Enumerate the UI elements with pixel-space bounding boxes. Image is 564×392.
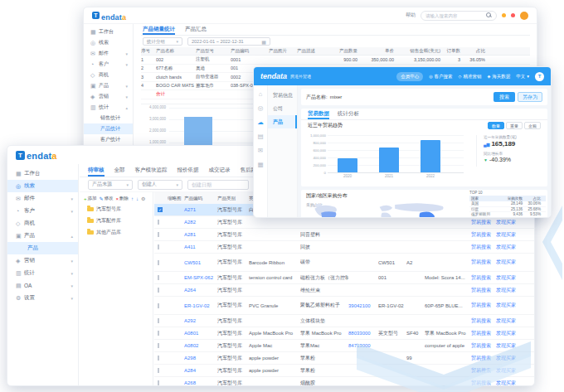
trade-search-link[interactable]: 贸易搜索 <box>471 259 491 264</box>
code-cell[interactable]: A281 <box>184 232 217 237</box>
find-buyers-link[interactable]: 发现买家 <box>496 318 516 323</box>
trade-tab-1[interactable]: 统计分析 <box>338 109 359 119</box>
front-sidebar-item-5[interactable]: ▣产品▴ <box>7 230 78 242</box>
product-row-A268[interactable]: A268汽车型号库烟酰胺贸易搜索发现买家 <box>154 377 534 385</box>
notification-icon[interactable] <box>502 13 506 17</box>
table-row[interactable]: 1002注塑机0001900.00350,000.003,150,000.003… <box>141 56 530 65</box>
product-row-A0801[interactable]: A0801汽车型号库Apple MacBook Pro苹果 MacBook Pr… <box>154 327 534 340</box>
front-sidebar-item-9[interactable]: ▤OA▾ <box>7 279 78 292</box>
code-cell[interactable]: A292 <box>184 318 217 323</box>
code-cell[interactable]: A271 <box>184 207 217 212</box>
back-sidebar-item-8[interactable]: 销售统计 <box>84 113 133 123</box>
back-sidebar-item-10[interactable]: 客户统计 <box>84 134 133 145</box>
front-sidebar-item-4[interactable]: ◇商机 <box>7 217 78 230</box>
trade-search-link[interactable]: 贸易搜索 <box>471 380 491 385</box>
row-checkbox[interactable] <box>158 244 159 249</box>
product-row-CW501[interactable]: CW501汽车型号库Barcode Ribbon碳带CW501A2贸易搜索发现买… <box>154 254 534 272</box>
find-buyers-link[interactable]: 发现买家 <box>496 368 516 373</box>
product-row-A292[interactable]: A292汽车型号库立体模块垫贸易搜索发现买家 <box>154 315 534 327</box>
trade-search-link[interactable]: 贸易搜索 <box>471 368 491 373</box>
product-tab-4[interactable]: 成交记录 <box>209 164 231 177</box>
folder-item-0[interactable]: 汽车型号库 <box>87 206 148 213</box>
trade-search-link[interactable]: 贸易搜索 <box>471 356 491 361</box>
product-row-ER-1GV-02[interactable]: ER-1GV-02汽车型号库PVC Granule聚氯乙烯塑料粒子3904210… <box>154 297 534 315</box>
row-checkbox[interactable] <box>158 368 159 373</box>
move-up-button[interactable]: ↑ <box>131 196 134 201</box>
product-tab-0[interactable]: 待审核 <box>88 164 105 177</box>
row-checkbox[interactable] <box>158 220 159 225</box>
find-buyers-link[interactable]: 发现买家 <box>496 275 516 280</box>
back-sidebar-item-0[interactable]: ▦工作台 <box>84 27 133 37</box>
membership-pill-button[interactable]: 会员中心 <box>396 72 423 81</box>
delete-button[interactable]: ×删除 <box>116 196 129 201</box>
folder-item-1[interactable]: 汽车配件库 <box>87 217 148 225</box>
message-icon[interactable] <box>511 13 515 17</box>
back-sidebar-item-5[interactable]: ▣产品▾ <box>84 80 133 91</box>
row-checkbox[interactable] <box>158 303 159 308</box>
product-tab-3[interactable]: 报价依据 <box>177 164 199 177</box>
top10-row-3[interactable]: 中国7,1847.73% <box>469 218 546 219</box>
row-checkbox[interactable] <box>158 343 159 348</box>
back-sidebar-item-4[interactable]: ◇商机 <box>84 70 133 80</box>
product-row-A0802[interactable]: A0802汽车型号库Apple Mac苹果Mac84713000computer… <box>154 340 534 352</box>
front-sidebar-item-2[interactable]: ✉邮件▾ <box>7 192 78 205</box>
product-row-A264[interactable]: A264汽车型号库维纶丝束贸易搜索发现买家 <box>154 284 534 297</box>
trade-search-link[interactable]: 贸易搜索 <box>471 343 491 348</box>
code-cell[interactable]: A411 <box>184 244 217 249</box>
back-sidebar-item-3[interactable]: ◔客户▾ <box>84 59 133 70</box>
global-search-input[interactable] <box>425 13 484 18</box>
bar-2020[interactable] <box>338 158 357 172</box>
product-row-A411[interactable]: A411汽车型号库回披贸易搜索发现买家 <box>154 241 534 254</box>
rail-icon-5[interactable]: ▦ <box>257 161 263 168</box>
trade-search-link[interactable]: 贸易搜索 <box>471 232 491 237</box>
map-china[interactable] <box>420 211 435 218</box>
move-down-button[interactable]: ↓ <box>136 196 139 201</box>
topnav-item-2[interactable]: ◈海关数据 <box>487 74 510 80</box>
add-button[interactable]: +添加 <box>84 196 97 201</box>
front-sidebar-item-3[interactable]: ◔客户▾ <box>7 205 78 217</box>
toggle-1[interactable]: 重量 <box>506 122 523 129</box>
product-source-select[interactable]: 产品来源▾ <box>88 180 133 190</box>
find-buyers-link[interactable]: 发现买家 <box>496 343 516 348</box>
row-checkbox[interactable] <box>158 275 159 280</box>
trade-search-link[interactable]: 贸易搜索 <box>471 288 491 293</box>
trade-tab-0[interactable]: 贸易数据 <box>308 109 329 119</box>
bar-2021[interactable] <box>379 148 399 172</box>
submenu-item-1[interactable]: 公司 <box>268 102 297 115</box>
product-row-A298[interactable]: A298汽车型号库apple powder苹果粉99贸易搜索发现买家 <box>154 352 534 365</box>
row-checkbox[interactable]: ✓ <box>158 207 163 212</box>
topnav-item-0[interactable]: ◎客户搜索 <box>429 74 452 80</box>
rail-icon-3[interactable]: ▤ <box>257 133 263 140</box>
front-sidebar-item-8[interactable]: ▥统计▾ <box>7 267 78 279</box>
code-cell[interactable]: A0802 <box>184 343 217 348</box>
back-sidebar-item-6[interactable]: ◈营销▾ <box>84 91 133 102</box>
trade-search-link[interactable]: 贸易搜索 <box>471 331 491 336</box>
find-buyers-link[interactable]: 发现买家 <box>496 259 516 264</box>
trade-search-link[interactable]: 贸易搜索 <box>471 220 491 225</box>
find-buyers-link[interactable]: 发现买家 <box>496 244 516 249</box>
creator-select[interactable]: 创建人▾ <box>138 180 182 190</box>
back-sidebar-item-2[interactable]: ✉邮件▾ <box>84 48 133 59</box>
create-date-box[interactable] <box>187 180 249 190</box>
code-cell[interactable]: A264 <box>184 288 217 293</box>
back-sidebar-item-1[interactable]: ◎线索 <box>84 37 133 48</box>
rail-icon-1[interactable]: ◎ <box>258 104 264 112</box>
trade-search-link[interactable]: 贸易搜索 <box>471 244 491 249</box>
rail-icon-2[interactable]: ☁ <box>257 119 264 126</box>
row-checkbox[interactable] <box>158 260 159 265</box>
toggle-0[interactable]: 数量 <box>488 122 504 129</box>
hs-cell[interactable]: 39042100 <box>348 303 378 308</box>
edit-button[interactable]: ✎修改 <box>100 196 114 201</box>
search-button[interactable]: 搜索 <box>494 92 515 102</box>
product-tab-2[interactable]: 客户模块追踪 <box>135 164 168 177</box>
find-buyers-link[interactable]: 发现买家 <box>496 302 516 307</box>
product-row-A282[interactable]: A282汽车型号库贸易搜索发现买家 <box>154 216 534 229</box>
back-sidebar-item-9[interactable]: 产品统计 <box>84 123 133 134</box>
code-cell[interactable]: A0801 <box>184 331 217 336</box>
code-cell[interactable]: A268 <box>184 380 217 385</box>
hs-cell[interactable]: 84713000 <box>348 343 378 348</box>
bar-2022[interactable] <box>421 140 440 172</box>
trade-search-link[interactable]: 贸易搜索 <box>471 275 491 280</box>
product-row-A284[interactable]: A284汽车型号库apple powder苹果粉贸易搜索发现买家 <box>154 365 534 377</box>
find-buyers-link[interactable]: 发现买家 <box>496 331 516 336</box>
